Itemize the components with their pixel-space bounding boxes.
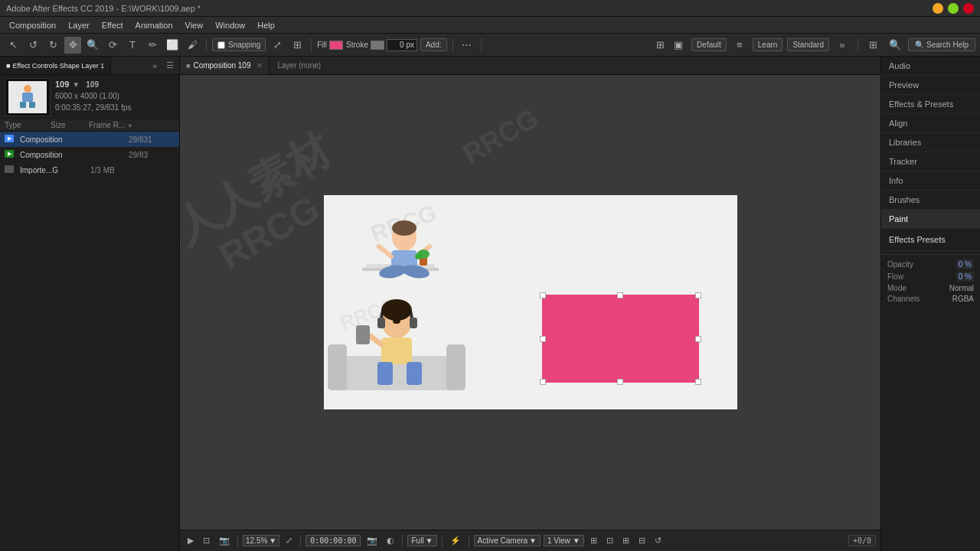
svg-point-1 (24, 85, 31, 93)
vc-layout-btn[interactable]: ⊞ (587, 534, 600, 547)
panel-item-effects-presets[interactable]: Effects & Presets (881, 95, 980, 114)
vc-preview-btn[interactable]: ▶ (185, 534, 197, 547)
tool-select[interactable]: ↖ (5, 37, 21, 54)
view-btn-2[interactable]: ▣ (670, 37, 687, 54)
vc-region-btn[interactable]: ⊡ (603, 534, 616, 547)
tool-zoom[interactable]: 🔍 (84, 37, 101, 54)
default-btn[interactable]: Default (691, 38, 727, 51)
watermark-2: RRCG (458, 103, 544, 171)
add-button[interactable]: Add: (420, 38, 447, 51)
standard-btn[interactable]: Standard (787, 38, 829, 51)
menu-window[interactable]: Window (209, 19, 251, 31)
pink-rectangle-shape[interactable] (542, 295, 699, 383)
stroke-color-swatch[interactable] (371, 41, 384, 50)
tool-extra2[interactable]: ⊞ (289, 37, 305, 54)
panel-item-align[interactable]: Align (881, 114, 980, 133)
maximize-button[interactable] (948, 3, 959, 14)
window-controls[interactable] (933, 3, 974, 14)
panel-menu-btn[interactable]: ☰ (164, 60, 176, 72)
flow-value[interactable]: 0 % (956, 272, 974, 282)
handle-bot-right[interactable] (695, 379, 701, 385)
tool-shape[interactable]: ⬜ (164, 37, 181, 54)
tab-composition-109[interactable]: ■ Composition 109 ✕ (180, 57, 270, 74)
tool-dots[interactable]: ⋯ (459, 37, 475, 54)
col-header-frame: Frame R... ▼ (89, 121, 135, 129)
vc-guides-btn[interactable]: ⊟ (635, 534, 648, 547)
tool-type[interactable]: T (124, 37, 141, 54)
menu-view[interactable]: View (179, 19, 210, 31)
media-browser-btn[interactable]: ⊞ (865, 37, 882, 54)
tool-pen[interactable]: ✏ (144, 37, 161, 54)
menu-help[interactable]: Help (251, 19, 281, 31)
menu-animation[interactable]: Animation (129, 19, 179, 31)
panel-item-info[interactable]: Info (881, 171, 980, 191)
panel-item-libraries[interactable]: Libraries (881, 133, 980, 152)
tool-brush[interactable]: 🖌 (184, 37, 201, 54)
snapping-toggle[interactable]: Snapping (212, 38, 266, 51)
panel-expand-btn[interactable]: » (149, 60, 161, 72)
view-btn-1[interactable]: ⊞ (652, 37, 668, 54)
list-item[interactable]: ▶ Composition 29/831 (0, 132, 179, 147)
svg-rect-4 (29, 102, 35, 108)
handle-mid-left[interactable] (540, 336, 546, 342)
expand-btn[interactable]: » (834, 37, 851, 54)
search-btn-icon[interactable]: 🔍 (887, 37, 903, 54)
main-toolbar: ↖ ↺ ↻ ✥ 🔍 ⟳ T ✏ ⬜ 🖌 Snapping ⤢ ⊞ Fill St… (0, 34, 980, 57)
handle-mid-right[interactable] (695, 336, 701, 342)
panel-item-tracker[interactable]: Tracker (881, 152, 980, 171)
vc-draft-btn[interactable]: ◐ (384, 534, 397, 547)
vc-fast-preview[interactable]: ⚡ (447, 534, 464, 547)
time-display[interactable]: 0:00:00:00 (305, 535, 361, 546)
tool-undo[interactable]: ↺ (24, 37, 41, 54)
quality-select[interactable]: Full ▼ (407, 535, 436, 546)
thumbnail-image (8, 81, 47, 113)
view-expand-btn[interactable]: ≡ (731, 37, 748, 54)
panel-item-paint[interactable]: Paint (881, 210, 980, 229)
svg-rect-26 (377, 362, 393, 385)
panel-item-preview[interactable]: Preview (881, 76, 980, 95)
handle-top-right[interactable] (695, 292, 701, 298)
svg-rect-19 (446, 344, 466, 390)
tab-effect-controls[interactable]: ■ Effect Controls Shape Layer 1 (0, 57, 111, 74)
menu-composition[interactable]: Composition (3, 19, 62, 31)
vc-ruler-btn[interactable]: ↺ (652, 534, 665, 547)
zoom-level[interactable]: 12.5% ▼ (243, 535, 279, 546)
vc-fit-btn[interactable]: ⤢ (283, 534, 296, 547)
handle-top-mid[interactable] (617, 292, 623, 298)
tool-extra1[interactable]: ⤢ (269, 37, 286, 54)
vc-camera-btn[interactable]: 📷 (216, 534, 233, 547)
tool-redo[interactable]: ↻ (44, 37, 61, 54)
panel-item-audio[interactable]: Audio (881, 57, 980, 76)
vc-grid-btn[interactable]: ⊞ (619, 534, 632, 547)
comp-canvas: RRCG RRCG (324, 195, 737, 409)
panel-item-brushes[interactable]: Brushes (881, 191, 980, 210)
menu-layer[interactable]: Layer (62, 19, 96, 31)
vc-render-btn[interactable]: ⊡ (200, 534, 213, 547)
handle-top-left[interactable] (540, 292, 546, 298)
tool-hand[interactable]: ✥ (64, 37, 81, 54)
list-item[interactable]: ▶ Composition 29/83 (0, 147, 179, 162)
close-button[interactable] (963, 3, 974, 14)
stroke-width-input[interactable] (387, 39, 417, 51)
stroke-control[interactable]: Stroke (346, 39, 417, 51)
list-item[interactable]: Importe...G 1/3 MB (0, 162, 179, 178)
handle-bot-left[interactable] (540, 379, 546, 385)
handle-bot-mid[interactable] (617, 379, 623, 385)
menu-effect[interactable]: Effect (96, 19, 129, 31)
item-size-3: 1/3 MB (90, 166, 129, 174)
vc-sep-2 (300, 535, 301, 547)
opacity-value[interactable]: 0 % (956, 259, 974, 269)
learn-btn[interactable]: Learn (753, 38, 783, 51)
camera-select[interactable]: Active Camera ▼ (474, 535, 541, 546)
search-help-button[interactable]: 🔍 Search Help (908, 38, 975, 51)
comp-tab-close[interactable]: ✕ (256, 61, 263, 70)
view-select[interactable]: 1 View ▼ (544, 535, 584, 546)
tool-rotate[interactable]: ⟳ (104, 37, 121, 54)
tab-layer-none[interactable]: Layer (none) (270, 57, 328, 74)
fill-control[interactable]: Fill (317, 41, 343, 50)
fill-color-swatch[interactable] (329, 41, 343, 50)
comp-viewer[interactable]: RRCG RRCG RRCG 6人人素材 RRCG RRCG (180, 75, 880, 530)
minimize-button[interactable] (933, 3, 943, 14)
snapping-checkbox[interactable] (217, 41, 225, 49)
vc-snap-btn[interactable]: 📷 (364, 534, 381, 547)
